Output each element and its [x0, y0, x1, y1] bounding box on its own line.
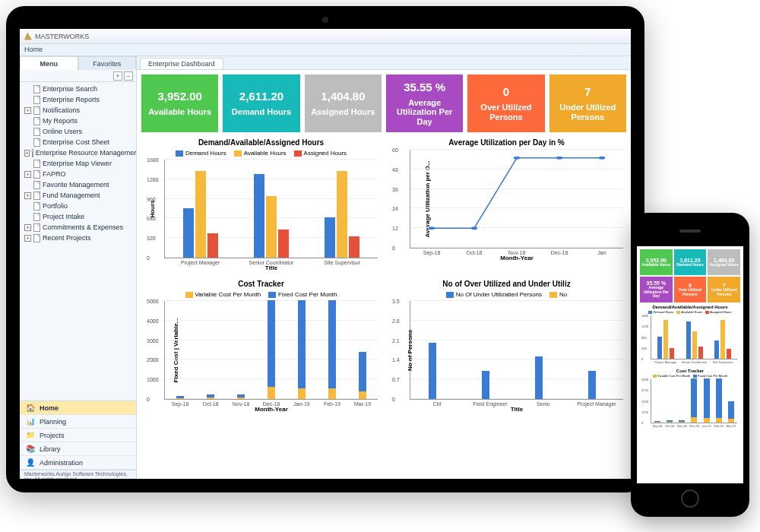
- kpi-tile[interactable]: 7Under Utilized Persons: [549, 74, 626, 132]
- breadcrumb[interactable]: Home: [20, 44, 631, 56]
- kpi-tile[interactable]: 0Over Utilized Persons: [467, 74, 544, 132]
- kpi-tile[interactable]: 2,611.20Demand Hours: [223, 74, 299, 132]
- bar-group: [287, 301, 317, 399]
- nav-item-projects[interactable]: 📁Projects: [20, 429, 136, 442]
- bar[interactable]: [268, 387, 275, 399]
- bar[interactable]: [588, 371, 596, 399]
- bar-group: [464, 301, 517, 399]
- expand-icon[interactable]: +: [24, 150, 30, 157]
- bar-group: [165, 160, 236, 258]
- x-axis-label: Month-Year: [500, 255, 534, 261]
- tree-item-label: FAPRO: [43, 170, 66, 178]
- phone-kpi-tile[interactable]: 1,404.80Assigned Hours: [708, 249, 740, 275]
- x-tick: Nov-18: [233, 401, 250, 407]
- bar[interactable]: [176, 398, 184, 399]
- tree-item[interactable]: Project Intake: [20, 211, 136, 222]
- tree-item[interactable]: Online Users: [20, 126, 136, 137]
- bar[interactable]: [298, 388, 306, 399]
- bar[interactable]: [254, 174, 264, 258]
- phone-kpi-tile[interactable]: 2,611.20Demand Hours: [674, 249, 707, 275]
- expand-icon[interactable]: +: [24, 171, 31, 178]
- bar[interactable]: [328, 300, 336, 388]
- bar[interactable]: [195, 171, 206, 258]
- x-tick: Site Supervisor: [325, 260, 360, 265]
- x-tick: Senior Coordinator: [249, 260, 294, 265]
- tree-item[interactable]: My Reports: [20, 116, 136, 126]
- document-icon: [33, 170, 40, 179]
- collapse-all-button[interactable]: −: [124, 71, 133, 81]
- x-tick: Project Manager: [181, 260, 220, 265]
- kpi-tile[interactable]: 1,404.80Assigned Hours: [305, 74, 382, 132]
- bar-group: [570, 301, 623, 399]
- sidebar-tab-favorites[interactable]: Favorites: [78, 56, 137, 70]
- nav-item-planning[interactable]: 📊Planning: [20, 415, 136, 429]
- sidebar-tab-menu[interactable]: Menu: [20, 56, 78, 70]
- bar[interactable]: [183, 208, 194, 258]
- bar[interactable]: [268, 300, 275, 387]
- tree-item[interactable]: Favorite Management: [20, 179, 136, 190]
- tree-item[interactable]: Enterprise Cost Sheet: [20, 137, 136, 147]
- bar[interactable]: [237, 397, 245, 399]
- tree-item[interactable]: +Notifications: [20, 105, 136, 116]
- brand-logo-icon: [24, 33, 32, 40]
- kpi-tile[interactable]: 35.55 %Average Utilization Per Day: [386, 74, 463, 132]
- sidebar: Menu Favorites + − Enterprise SearchEnte…: [20, 56, 137, 479]
- tree-item-label: Enterprise Search: [43, 85, 97, 93]
- kpi-tile[interactable]: 3,952.00Available Hours: [141, 74, 218, 132]
- tree-item[interactable]: Portfolio: [20, 201, 136, 211]
- expand-icon[interactable]: +: [24, 224, 31, 231]
- phone-device: 3,952.00Available Hours2,611.20Demand Ho…: [631, 213, 749, 517]
- footer-text: Masterworks Aurigo Software Technologies…: [20, 470, 136, 479]
- tree-item[interactable]: Enterprise Reports: [20, 94, 136, 105]
- phone-kpi-tile[interactable]: 7Under Utilized Persons: [708, 277, 740, 302]
- tablet-device: MASTERWORKS Home Menu Favorites + − Ente…: [6, 6, 644, 492]
- chart-title: Cost Tracker: [141, 280, 381, 288]
- bar[interactable]: [535, 356, 543, 399]
- tree-item[interactable]: +FAPRO: [20, 169, 136, 179]
- x-tick: Jan: [597, 250, 606, 255]
- bar[interactable]: [359, 391, 366, 399]
- bar[interactable]: [429, 343, 436, 399]
- tree-item[interactable]: Enterprise Search: [20, 84, 136, 94]
- tree-item[interactable]: Enterprise Map Viewer: [20, 158, 136, 169]
- expand-all-button[interactable]: +: [113, 71, 122, 81]
- legend-swatch: [549, 292, 557, 298]
- legend-label: Available Hours: [244, 150, 287, 157]
- chart-legend: No Of Under Utilizatied PersonsNo: [387, 291, 626, 298]
- kpi-label: Average Utilization Per Day: [389, 98, 460, 127]
- bar[interactable]: [207, 397, 214, 399]
- bar-group: [165, 301, 195, 399]
- tree-item-label: Notifications: [43, 106, 80, 114]
- phone-kpi-tile[interactable]: 35.55 %Average Utilization Per Day: [640, 277, 673, 302]
- nav-item-home[interactable]: 🏠Home: [20, 401, 136, 415]
- nav-item-library[interactable]: 📚Library: [20, 442, 136, 456]
- bar[interactable]: [266, 196, 277, 258]
- bar[interactable]: [207, 233, 218, 258]
- tree-item[interactable]: +Commitments & Expenses: [20, 222, 136, 233]
- x-tick: Oct-18: [202, 401, 218, 407]
- expand-icon[interactable]: +: [24, 107, 31, 114]
- bar[interactable]: [482, 371, 489, 399]
- expand-icon[interactable]: +: [24, 235, 31, 242]
- phone-kpi-tile[interactable]: 0Over Utilized Persons: [674, 277, 707, 302]
- y-tick: 1280: [147, 176, 159, 182]
- bar[interactable]: [337, 171, 347, 258]
- kpi-value: 1,404.80: [321, 90, 365, 103]
- bar[interactable]: [359, 352, 366, 391]
- tree-item[interactable]: +Recent Projects: [20, 233, 136, 243]
- bar[interactable]: [328, 388, 336, 399]
- tree-item-label: Commitments & Expenses: [43, 223, 123, 231]
- phone-kpi-tile[interactable]: 3,952.00Available Hours: [640, 249, 673, 275]
- nav-item-administration[interactable]: 👤Administration: [20, 456, 136, 470]
- bar[interactable]: [298, 300, 306, 388]
- tree-item[interactable]: +Enterprise Resource Managemen: [20, 147, 136, 158]
- bar[interactable]: [325, 217, 335, 258]
- tree-item-label: Enterprise Reports: [43, 96, 100, 103]
- bar[interactable]: [349, 236, 359, 258]
- expand-icon[interactable]: +: [24, 192, 31, 199]
- phone-home-button[interactable]: [681, 489, 699, 508]
- tree-item[interactable]: +Fund Management: [20, 190, 136, 201]
- bar[interactable]: [278, 230, 289, 258]
- y-tick: 1000: [147, 377, 159, 382]
- tab-enterprise-dashboard[interactable]: Enterprise Dashboard: [140, 58, 223, 69]
